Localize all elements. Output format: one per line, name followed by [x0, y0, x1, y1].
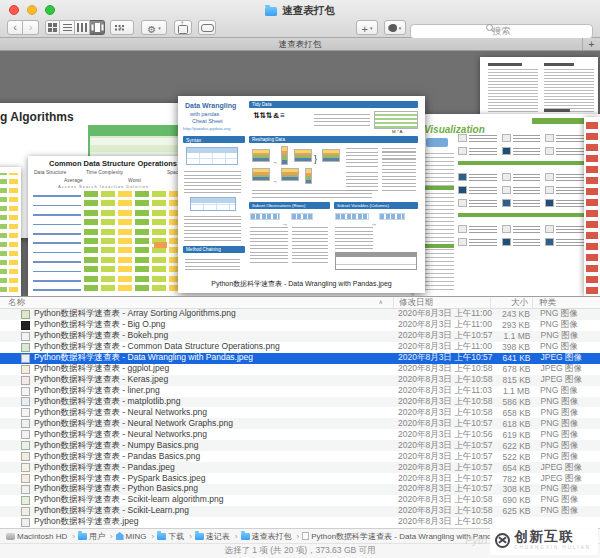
file-thumbnail-icon	[21, 474, 30, 483]
breadcrumb-icon	[157, 533, 166, 540]
file-thumbnail-icon	[21, 397, 30, 406]
columns-view-icon	[77, 23, 80, 32]
file-size-cell: 815 KB	[493, 375, 535, 385]
action-button[interactable]	[141, 20, 167, 35]
back-button[interactable]: ‹	[7, 20, 23, 35]
file-size-cell: 690 KB	[493, 495, 535, 505]
file-thumbnail-icon	[21, 452, 30, 461]
view-coverflow-button[interactable]	[90, 20, 105, 35]
breadcrumb-item[interactable]: MING	[116, 532, 158, 541]
text-heading-bar	[544, 109, 570, 112]
table-row[interactable]: Python数据科学速查表 - Neural Network Graphs.pn…	[0, 418, 600, 429]
table-row[interactable]: Python数据科学速查表 - Array Sorting Algorithms…	[0, 309, 600, 320]
method-code-lines	[185, 256, 240, 270]
status-text: 选择了 1 项 (共 20 项)，373.63 GB 可用	[224, 545, 375, 557]
grid-view-icon	[48, 23, 52, 27]
share-icon	[178, 25, 188, 34]
table-row[interactable]: Python数据科学速查表 - matplotlib.png 2020年8月3日…	[0, 397, 600, 408]
arrow-right-icon	[272, 150, 278, 168]
preview-sheet-pandas-selected[interactable]: Data Wrangling with pandas Cheat Sheet h…	[178, 96, 425, 293]
green-section-bar	[422, 244, 454, 248]
view-list-button[interactable]	[60, 20, 75, 35]
arrange-button[interactable]	[110, 20, 134, 35]
chevron-left-icon: ‹	[13, 22, 17, 33]
breadcrumb-item[interactable]: Macintosh HD	[6, 532, 78, 541]
sidebar-text-lines	[422, 152, 454, 290]
table-row[interactable]: Python数据科学速查表 - Keras.jpeg 2020年8月3日 上午1…	[0, 375, 600, 386]
share-button[interactable]	[174, 20, 192, 35]
file-size-cell: 622 KB	[493, 441, 535, 451]
table-row[interactable]: Python数据科学速查表 - Numpy Basics.png 2020年8月…	[0, 440, 600, 451]
chart-thumbnail	[502, 199, 541, 210]
tag-button[interactable]	[198, 20, 216, 35]
sub-group-label: Worst	[128, 177, 141, 183]
breadcrumb-item[interactable]: 速查表打包	[241, 531, 303, 542]
new-tab-button[interactable]: +	[582, 38, 600, 50]
reshape-colored-table	[281, 146, 288, 165]
file-size-cell: 586 KB	[493, 397, 535, 407]
watermark-brand-subtext: CHUANGXIN HULIAN	[514, 546, 591, 551]
section-header-syntax: Syntax	[183, 136, 245, 143]
tidy-arrows-icon	[253, 111, 285, 120]
table-row[interactable]: Python数据科学速查表 - Pandas.jpeg 2020年8月3日 上午…	[0, 462, 600, 473]
highlighted-chip	[154, 242, 167, 248]
table-row[interactable]: Python数据科学速查表 - Neural Networks.png 2020…	[0, 407, 600, 418]
add-button[interactable]	[356, 20, 378, 35]
list-view-icon	[63, 24, 72, 26]
table-row[interactable]: Python数据科学速查表 - Python Basics.png 2020年8…	[0, 484, 600, 495]
chart-thumbnail	[502, 225, 541, 236]
coverflow-view-icon	[95, 23, 100, 32]
table-row[interactable]: Python数据科学速查表 - Common Data Structure Op…	[0, 342, 600, 353]
table-row[interactable]: Python数据科学速查表 - Neural Networks.png 2020…	[0, 429, 600, 440]
chart-thumbnail	[458, 238, 497, 249]
column-header-name[interactable]: 名称∧	[0, 297, 393, 309]
breadcrumb-item[interactable]: 速记表	[195, 531, 241, 542]
tab-folder[interactable]: 速查表打包	[279, 39, 322, 51]
table-row[interactable]: Python数据科学速查表 - Scikit-learn algorithm.p…	[0, 495, 600, 506]
file-thumbnail-icon	[21, 343, 30, 352]
view-mode-switcher	[45, 20, 105, 35]
table-row[interactable]: Python数据科学速查表 - Data Wrangling with Pand…	[0, 353, 600, 364]
sort-ascending-icon: ∧	[379, 298, 383, 305]
view-icon-button[interactable]	[45, 20, 60, 35]
subset-chip-strip	[291, 213, 313, 220]
chart-thumbnail	[545, 225, 584, 236]
arrange-icon	[115, 25, 117, 27]
file-size-cell: 658 KB	[493, 408, 535, 418]
view-columns-button[interactable]	[75, 20, 90, 35]
table-row[interactable]: Python数据科学速查表 - Scikit-Learn.png 2020年8月…	[0, 506, 600, 517]
column-group-label: Data Structure	[34, 169, 66, 175]
table-row[interactable]: Python数据科学速查表 - PySpark Basics.jpeg 2020…	[0, 473, 600, 484]
regex-table	[335, 252, 417, 270]
column-header-date[interactable]: 修改日期	[393, 297, 490, 308]
table-row[interactable]: Python数据科学速查表 - Pandas Basics.png 2020年8…	[0, 451, 600, 462]
table-row[interactable]: Python数据科学速查表 - Big O.png 2020年8月3日 上午11…	[0, 320, 600, 331]
file-thumbnail-icon	[21, 310, 30, 319]
table-row[interactable]: Python数据科学速查表 - liner.png 2020年8月3日 上午11…	[0, 386, 600, 397]
syntax-table	[186, 147, 238, 165]
subset-chip-strip	[335, 213, 369, 220]
preview-sheet-left-edge[interactable]	[0, 167, 21, 296]
chart-thumbnail	[458, 147, 497, 158]
tags-color-button[interactable]	[384, 20, 406, 35]
file-thumbnail-icon	[21, 496, 30, 505]
breadcrumb-item[interactable]: 用户	[78, 531, 116, 542]
breadcrumb-icon	[116, 532, 124, 540]
column-header-size[interactable]: 大小	[490, 297, 532, 308]
column-header-kind[interactable]: 种类	[532, 297, 600, 308]
watermark: Pyth 创新互联 CHUANGXIN HULIAN	[465, 525, 598, 555]
preview-sheet-visualization[interactable]: Visualization	[414, 114, 600, 296]
file-thumbnail-icon	[21, 332, 30, 341]
subset-code-lines	[250, 225, 288, 263]
table-row[interactable]: Python数据科学速查表 - Bokeh.png 2020年8月3日 上午10…	[0, 331, 600, 342]
preview-sheet-red-column[interactable]	[584, 117, 600, 296]
search-input[interactable]	[410, 24, 593, 39]
watermark-brand: 创新互联 CHUANGXIN HULIAN	[490, 525, 598, 555]
section-header-tidy: Tidy Data	[249, 101, 418, 108]
chart-thumbnail	[502, 134, 541, 145]
breadcrumb-item[interactable]: 下载	[157, 531, 195, 542]
breadcrumb-label: Macintosh HD	[17, 532, 67, 541]
file-size-cell: 522 KB	[493, 452, 535, 462]
forward-button[interactable]: ›	[23, 20, 39, 35]
table-row[interactable]: Python数据科学速查表 - ggplot.jpeg 2020年8月3日 上午…	[0, 364, 600, 375]
